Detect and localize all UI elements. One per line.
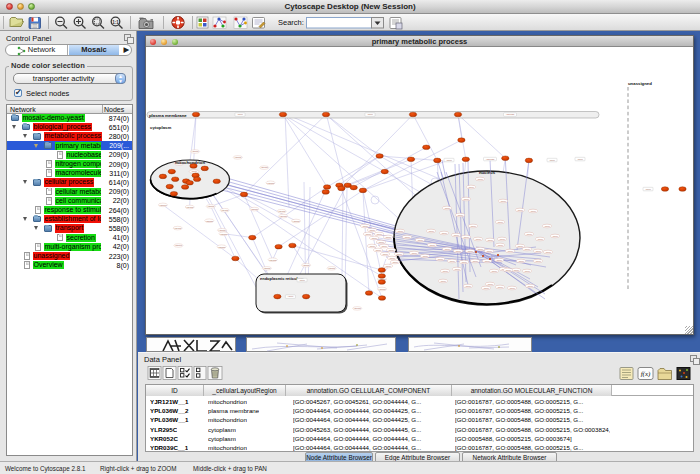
svg-text:nucleus: nucleus	[479, 170, 496, 175]
svg-text:unassigned: unassigned	[628, 81, 652, 86]
svg-text:mitochondrion: mitochondrion	[175, 160, 205, 165]
svg-text:f(x): f(x)	[641, 370, 651, 378]
svg-text:cytoplasm: cytoplasm	[150, 125, 171, 130]
svg-text:Search:: Search:	[278, 18, 304, 27]
svg-text:1:1: 1:1	[112, 20, 119, 25]
svg-text:plasma membrane: plasma membrane	[149, 113, 187, 118]
